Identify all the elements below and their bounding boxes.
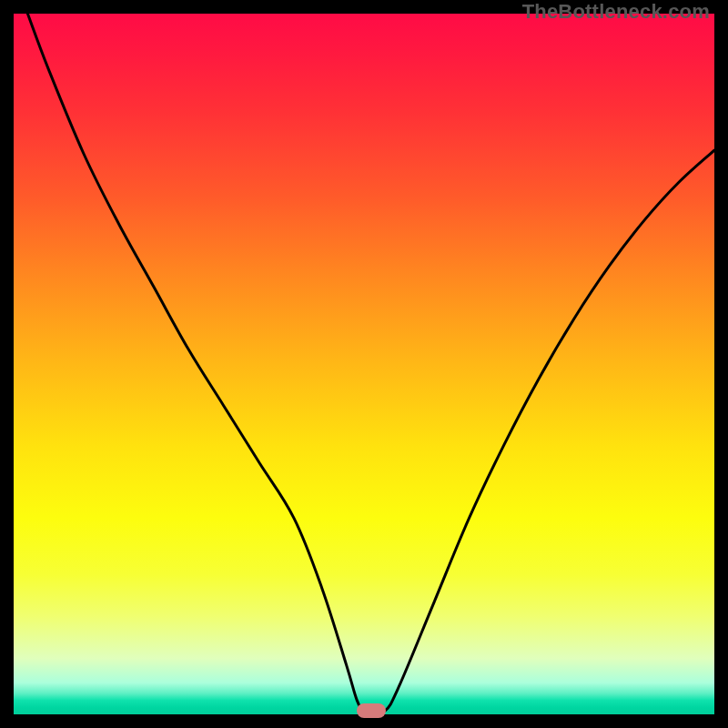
curve-svg — [14, 14, 714, 714]
chart-frame: TheBottleneck.com — [0, 0, 728, 728]
plot-area — [14, 14, 714, 714]
optimum-marker — [357, 703, 386, 718]
bottleneck-curve — [27, 14, 714, 713]
